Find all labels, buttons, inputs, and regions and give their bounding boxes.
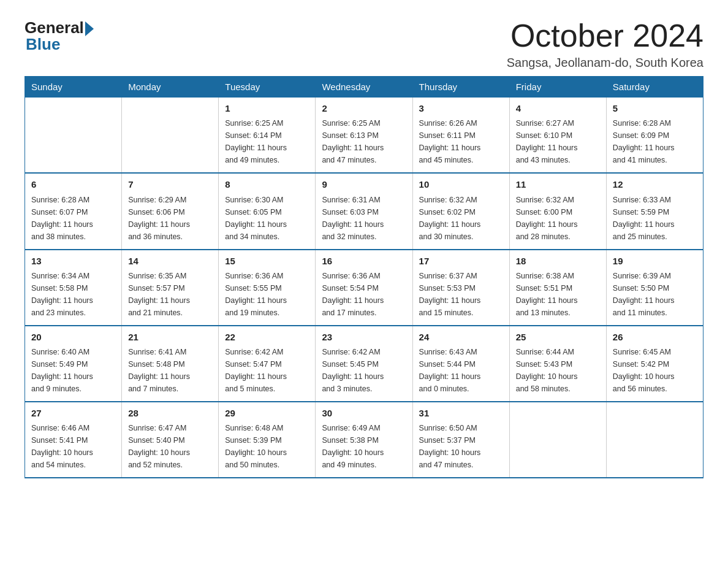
- day-info: Sunrise: 6:26 AM Sunset: 6:11 PM Dayligh…: [419, 117, 503, 166]
- day-number: 15: [225, 254, 309, 268]
- day-number: 16: [322, 254, 406, 268]
- day-info: Sunrise: 6:43 AM Sunset: 5:44 PM Dayligh…: [419, 346, 503, 395]
- calendar-cell: 2Sunrise: 6:25 AM Sunset: 6:13 PM Daylig…: [316, 98, 412, 174]
- day-info: Sunrise: 6:40 AM Sunset: 5:49 PM Dayligh…: [31, 346, 115, 395]
- calendar-cell: [509, 402, 606, 478]
- calendar-cell: 23Sunrise: 6:42 AM Sunset: 5:45 PM Dayli…: [316, 326, 412, 402]
- calendar-cell: 4Sunrise: 6:27 AM Sunset: 6:10 PM Daylig…: [509, 98, 606, 174]
- calendar-cell: 20Sunrise: 6:40 AM Sunset: 5:49 PM Dayli…: [25, 326, 122, 402]
- day-number: 27: [31, 406, 115, 420]
- calendar-cell: 26Sunrise: 6:45 AM Sunset: 5:42 PM Dayli…: [606, 326, 703, 402]
- day-info: Sunrise: 6:30 AM Sunset: 6:05 PM Dayligh…: [225, 194, 309, 243]
- day-number: 13: [31, 254, 115, 268]
- day-info: Sunrise: 6:28 AM Sunset: 6:09 PM Dayligh…: [613, 117, 697, 166]
- calendar-cell: 1Sunrise: 6:25 AM Sunset: 6:14 PM Daylig…: [219, 98, 316, 174]
- day-info: Sunrise: 6:32 AM Sunset: 6:02 PM Dayligh…: [419, 194, 503, 243]
- logo: General Blue: [25, 18, 94, 54]
- day-info: Sunrise: 6:42 AM Sunset: 5:45 PM Dayligh…: [322, 346, 406, 395]
- day-number: 31: [419, 406, 503, 420]
- calendar-cell: 9Sunrise: 6:31 AM Sunset: 6:03 PM Daylig…: [316, 173, 412, 249]
- calendar-table: SundayMondayTuesdayWednesdayThursdayFrid…: [25, 76, 703, 478]
- logo-blue: Blue: [25, 35, 60, 54]
- day-number: 23: [322, 330, 406, 344]
- title-block: October 2024 Sangsa, Jeollanam-do, South…: [507, 18, 703, 70]
- calendar-cell: 8Sunrise: 6:30 AM Sunset: 6:05 PM Daylig…: [219, 173, 316, 249]
- logo-arrow-icon: [85, 21, 94, 36]
- day-info: Sunrise: 6:35 AM Sunset: 5:57 PM Dayligh…: [128, 270, 212, 319]
- calendar-week-3: 13Sunrise: 6:34 AM Sunset: 5:58 PM Dayli…: [25, 250, 703, 326]
- day-info: Sunrise: 6:34 AM Sunset: 5:58 PM Dayligh…: [31, 270, 115, 319]
- calendar-cell: 14Sunrise: 6:35 AM Sunset: 5:57 PM Dayli…: [122, 250, 219, 326]
- day-info: Sunrise: 6:31 AM Sunset: 6:03 PM Dayligh…: [322, 194, 406, 243]
- day-number: 24: [419, 330, 503, 344]
- calendar-cell: 3Sunrise: 6:26 AM Sunset: 6:11 PM Daylig…: [412, 98, 509, 174]
- day-number: 17: [419, 254, 503, 268]
- day-number: 14: [128, 254, 212, 268]
- calendar-cell: 12Sunrise: 6:33 AM Sunset: 5:59 PM Dayli…: [606, 173, 703, 249]
- day-info: Sunrise: 6:48 AM Sunset: 5:39 PM Dayligh…: [225, 422, 309, 471]
- day-number: 11: [516, 177, 600, 191]
- calendar-cell: 10Sunrise: 6:32 AM Sunset: 6:02 PM Dayli…: [412, 173, 509, 249]
- day-number: 28: [128, 406, 212, 420]
- day-number: 1: [225, 101, 309, 115]
- header-cell-friday: Friday: [509, 77, 606, 98]
- day-info: Sunrise: 6:38 AM Sunset: 5:51 PM Dayligh…: [516, 270, 600, 319]
- day-info: Sunrise: 6:29 AM Sunset: 6:06 PM Dayligh…: [128, 194, 212, 243]
- day-info: Sunrise: 6:45 AM Sunset: 5:42 PM Dayligh…: [613, 346, 697, 395]
- day-number: 5: [613, 101, 697, 115]
- day-number: 10: [419, 177, 503, 191]
- calendar-cell: 6Sunrise: 6:28 AM Sunset: 6:07 PM Daylig…: [25, 173, 122, 249]
- day-info: Sunrise: 6:25 AM Sunset: 6:14 PM Dayligh…: [225, 117, 309, 166]
- header-cell-thursday: Thursday: [412, 77, 509, 98]
- day-number: 4: [516, 101, 600, 115]
- calendar-cell: 28Sunrise: 6:47 AM Sunset: 5:40 PM Dayli…: [122, 402, 219, 478]
- day-info: Sunrise: 6:46 AM Sunset: 5:41 PM Dayligh…: [31, 422, 115, 471]
- calendar-week-4: 20Sunrise: 6:40 AM Sunset: 5:49 PM Dayli…: [25, 326, 703, 402]
- header-cell-wednesday: Wednesday: [316, 77, 412, 98]
- day-number: 22: [225, 330, 309, 344]
- day-info: Sunrise: 6:44 AM Sunset: 5:43 PM Dayligh…: [516, 346, 600, 395]
- calendar-cell: [122, 98, 219, 174]
- calendar-cell: 31Sunrise: 6:50 AM Sunset: 5:37 PM Dayli…: [412, 402, 509, 478]
- calendar-cell: 15Sunrise: 6:36 AM Sunset: 5:55 PM Dayli…: [219, 250, 316, 326]
- day-info: Sunrise: 6:39 AM Sunset: 5:50 PM Dayligh…: [613, 270, 697, 319]
- day-info: Sunrise: 6:33 AM Sunset: 5:59 PM Dayligh…: [613, 194, 697, 243]
- calendar-cell: 29Sunrise: 6:48 AM Sunset: 5:39 PM Dayli…: [219, 402, 316, 478]
- header-cell-sunday: Sunday: [25, 77, 122, 98]
- day-number: 2: [322, 101, 406, 115]
- day-info: Sunrise: 6:42 AM Sunset: 5:47 PM Dayligh…: [225, 346, 309, 395]
- calendar-cell: 11Sunrise: 6:32 AM Sunset: 6:00 PM Dayli…: [509, 173, 606, 249]
- calendar-week-1: 1Sunrise: 6:25 AM Sunset: 6:14 PM Daylig…: [25, 98, 703, 174]
- calendar-cell: 17Sunrise: 6:37 AM Sunset: 5:53 PM Dayli…: [412, 250, 509, 326]
- calendar-cell: [606, 402, 703, 478]
- day-info: Sunrise: 6:36 AM Sunset: 5:54 PM Dayligh…: [322, 270, 406, 319]
- day-number: 6: [31, 177, 115, 191]
- calendar-cell: 30Sunrise: 6:49 AM Sunset: 5:38 PM Dayli…: [316, 402, 412, 478]
- calendar-cell: 25Sunrise: 6:44 AM Sunset: 5:43 PM Dayli…: [509, 326, 606, 402]
- day-info: Sunrise: 6:28 AM Sunset: 6:07 PM Dayligh…: [31, 194, 115, 243]
- day-number: 26: [613, 330, 697, 344]
- day-number: 3: [419, 101, 503, 115]
- day-number: 8: [225, 177, 309, 191]
- day-number: 7: [128, 177, 212, 191]
- calendar-cell: 18Sunrise: 6:38 AM Sunset: 5:51 PM Dayli…: [509, 250, 606, 326]
- header-row: SundayMondayTuesdayWednesdayThursdayFrid…: [25, 77, 703, 98]
- calendar-cell: 24Sunrise: 6:43 AM Sunset: 5:44 PM Dayli…: [412, 326, 509, 402]
- calendar-cell: 5Sunrise: 6:28 AM Sunset: 6:09 PM Daylig…: [606, 98, 703, 174]
- day-info: Sunrise: 6:27 AM Sunset: 6:10 PM Dayligh…: [516, 117, 600, 166]
- day-info: Sunrise: 6:25 AM Sunset: 6:13 PM Dayligh…: [322, 117, 406, 166]
- month-title: October 2024: [507, 18, 703, 53]
- calendar-cell: 22Sunrise: 6:42 AM Sunset: 5:47 PM Dayli…: [219, 326, 316, 402]
- header-cell-saturday: Saturday: [606, 77, 703, 98]
- header-cell-monday: Monday: [122, 77, 219, 98]
- page-header: General Blue October 2024 Sangsa, Jeolla…: [25, 18, 703, 70]
- day-info: Sunrise: 6:41 AM Sunset: 5:48 PM Dayligh…: [128, 346, 212, 395]
- calendar-cell: [25, 98, 122, 174]
- day-number: 25: [516, 330, 600, 344]
- calendar-cell: 19Sunrise: 6:39 AM Sunset: 5:50 PM Dayli…: [606, 250, 703, 326]
- header-cell-tuesday: Tuesday: [219, 77, 316, 98]
- day-info: Sunrise: 6:49 AM Sunset: 5:38 PM Dayligh…: [322, 422, 406, 471]
- day-number: 12: [613, 177, 697, 191]
- calendar-body: 1Sunrise: 6:25 AM Sunset: 6:14 PM Daylig…: [25, 98, 703, 478]
- day-number: 20: [31, 330, 115, 344]
